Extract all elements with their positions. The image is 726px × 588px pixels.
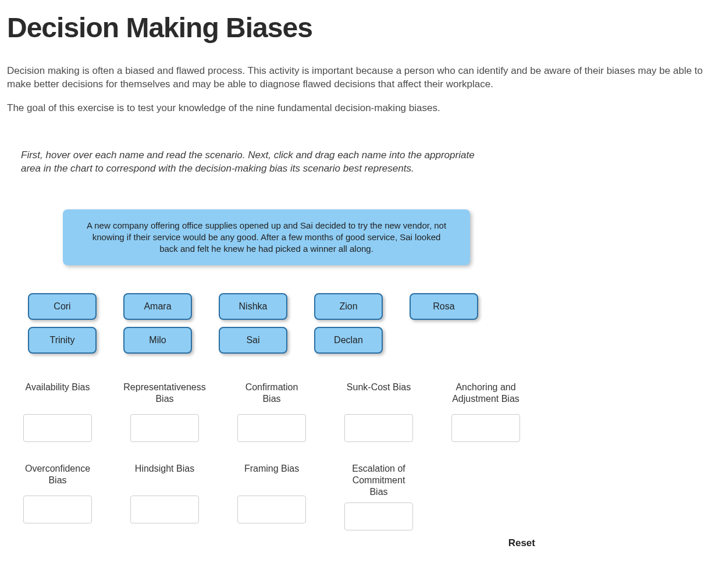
dropzone-target-sunk-cost[interactable] [344, 414, 413, 442]
dropzone-label: Overconfidence Bias [21, 463, 94, 491]
chip-zion[interactable]: Zion [314, 293, 383, 320]
dropzone-label: Confirmation Bias [235, 382, 308, 409]
dropzones-grid: Availability Bias Representativeness Bia… [21, 382, 556, 530]
scenario-tooltip: A new company offering office supplies o… [63, 209, 470, 266]
chips-row-1: Cori Amara Nishka Zion Rosa [28, 293, 719, 320]
instructions-text: First, hover over each name and read the… [21, 149, 475, 176]
chip-amara[interactable]: Amara [123, 293, 192, 320]
chip-cori[interactable]: Cori [28, 293, 97, 320]
dropzone-sunk-cost: Sunk-Cost Bias [342, 382, 415, 442]
dropzone-escalation: Escalation of Commitment Bias [342, 463, 415, 530]
dropzone-target-framing[interactable] [237, 496, 306, 523]
dropzone-anchoring: Anchoring and Adjustment Bias [449, 382, 522, 442]
dropzone-label: Availability Bias [21, 382, 94, 409]
chips-row-2: Trinity Milo Sai Declan [28, 327, 719, 354]
dropzone-framing: Framing Bias [235, 463, 308, 530]
intro-text: Decision making is often a biased and fl… [7, 65, 717, 91]
dropzone-label: Escalation of Commitment Bias [342, 463, 415, 498]
chip-declan[interactable]: Declan [314, 327, 383, 354]
dropzone-label: Hindsight Bias [128, 463, 201, 491]
dropzone-target-confirmation[interactable] [237, 414, 306, 442]
dropzone-hindsight: Hindsight Bias [128, 463, 201, 530]
page-title: Decision Making Biases [7, 12, 719, 44]
chip-trinity[interactable]: Trinity [28, 327, 97, 354]
dropzone-availability: Availability Bias [21, 382, 94, 442]
chip-milo[interactable]: Milo [123, 327, 192, 354]
dropzone-label: Anchoring and Adjustment Bias [449, 382, 522, 409]
reset-button[interactable]: Reset [508, 537, 535, 549]
chip-sai[interactable]: Sai [219, 327, 287, 354]
dropzone-confirmation: Confirmation Bias [235, 382, 308, 442]
draggable-chips-area: Cori Amara Nishka Zion Rosa Trinity Milo… [28, 293, 719, 354]
dropzone-label: Framing Bias [235, 463, 308, 491]
dropzone-target-hindsight[interactable] [130, 496, 199, 523]
dropzone-target-overconfidence[interactable] [23, 496, 92, 523]
dropzone-representativeness: Representativeness Bias [128, 382, 201, 442]
dropzone-label: Representativeness Bias [128, 382, 201, 409]
dropzone-label: Sunk-Cost Bias [342, 382, 415, 409]
chip-nishka[interactable]: Nishka [219, 293, 287, 320]
dropzone-target-anchoring[interactable] [451, 414, 520, 442]
goal-text: The goal of this exercise is to test you… [7, 102, 719, 115]
dropzone-target-escalation[interactable] [344, 503, 413, 530]
dropzone-overconfidence: Overconfidence Bias [21, 463, 94, 530]
reset-row: Reset [7, 537, 719, 549]
dropzone-target-availability[interactable] [23, 414, 92, 442]
chip-rosa[interactable]: Rosa [410, 293, 478, 320]
dropzone-target-representativeness[interactable] [130, 414, 199, 442]
